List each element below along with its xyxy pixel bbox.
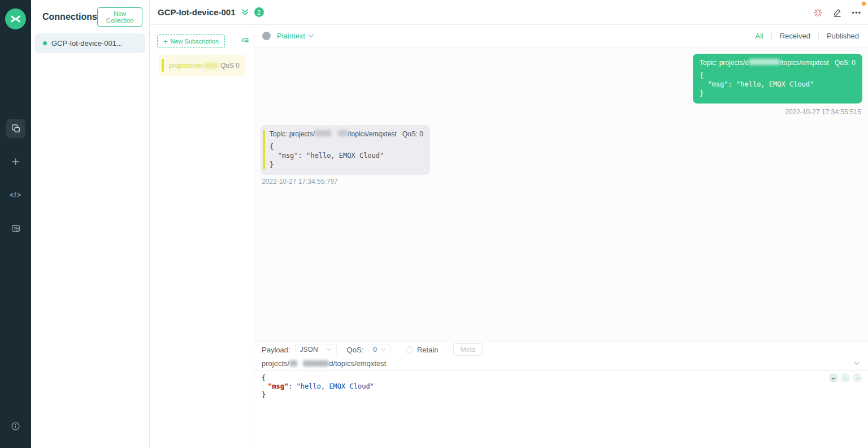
payload-line: { [270, 142, 423, 151]
redacted-project-id [749, 59, 780, 65]
received-timestamp: 2022-10-27 17:34:55:797 [262, 178, 338, 186]
payload-editor[interactable]: { "msg": "hello, EMQX Cloud" } ← − → [254, 371, 868, 448]
subscription-color-bar [162, 59, 164, 72]
chevron-down-icon [380, 348, 386, 351]
app-rail: + </> [0, 0, 31, 448]
script-icon[interactable]: </> [6, 186, 25, 205]
payload-format-select[interactable]: Plaintext [277, 32, 314, 40]
connections-nav-icon[interactable] [6, 119, 25, 138]
redacted-topic-segment [203, 63, 218, 68]
history-forward-icon[interactable]: → [853, 373, 862, 382]
connections-panel-title: Connections [42, 12, 97, 22]
messages-panel: Plaintext All Received Published [254, 25, 868, 448]
messages-toolbar: Plaintext All Received Published [254, 25, 868, 48]
mqttx-app: + </> Connecti [0, 0, 868, 448]
layout-toggle-icon[interactable] [262, 32, 271, 40]
topic-input-prefix: projects/ [262, 359, 289, 368]
payload-line: } [270, 160, 423, 169]
chevron-down-icon [326, 348, 332, 351]
new-collection-button[interactable]: New Collection [97, 7, 142, 27]
redacted-project-id [338, 130, 348, 136]
new-subscription-button[interactable]: + New Subscription [157, 35, 225, 48]
plus-icon: + [163, 38, 168, 45]
edit-connection-icon[interactable] [832, 8, 842, 18]
json-value: "hello, EMQX Cloud" [297, 382, 374, 390]
message-topic: Topic: projects/ [270, 130, 315, 138]
retain-radio-icon [406, 346, 413, 354]
json-key: "msg" [268, 382, 288, 390]
disconnect-icon[interactable] [813, 8, 823, 18]
meta-button[interactable]: Meta [453, 343, 483, 356]
message-topic-suffix: /topics/emqxtest [780, 59, 829, 67]
qos-value: 0 [373, 346, 377, 354]
qos-select[interactable]: 0 [368, 344, 391, 355]
published-message-bubble: Topic: projects/e/topics/emqxtest QoS: 0… [693, 54, 862, 104]
message-topic: Topic: projects/e [700, 59, 749, 67]
connection-item-label: GCP-Iot-device-001... [51, 39, 123, 48]
new-connection-icon[interactable]: + [6, 152, 25, 171]
retain-checkbox[interactable]: Retain [406, 346, 439, 354]
subscription-qos: QoS 0 [220, 62, 240, 70]
message-count-badge: 2 [254, 7, 264, 17]
subscription-topic: projects/en [169, 62, 202, 70]
mqttx-logo-icon[interactable] [5, 8, 26, 29]
update-available-dot [862, 2, 866, 6]
received-message-bubble: Topic: projects//topics/emqxtest QoS: 0 … [261, 125, 430, 175]
payload-history-controls: ← − → [829, 373, 862, 382]
payload-line: "msg": "hello, EMQX Cloud" [270, 151, 423, 160]
payload-label: Payload: [262, 346, 290, 354]
message-qos: QoS: 0 [397, 130, 423, 138]
collapse-subscriptions-icon[interactable] [241, 36, 249, 44]
published-timestamp: 2022-10-27 17:34:55:515 [785, 108, 861, 116]
editor-line: { [262, 374, 868, 382]
message-qos: QoS: 0 [829, 59, 856, 67]
collapse-details-icon[interactable] [241, 8, 249, 16]
subscription-color-bar [263, 130, 265, 170]
chevron-down-icon [308, 34, 314, 38]
message-filter-tabs: All Received Published [754, 32, 860, 40]
publish-area: Payload: JSON QoS: 0 [254, 342, 868, 448]
payload-line: } [700, 89, 856, 98]
subscriptions-panel: + New Subscription projects/en QoS 0 [150, 25, 254, 448]
history-current-icon[interactable]: − [841, 373, 850, 382]
publish-controls: Payload: JSON QoS: 0 [254, 342, 868, 357]
tab-all[interactable]: All [754, 32, 764, 40]
tab-received[interactable]: Received [779, 32, 811, 40]
redacted-project-id [315, 130, 331, 136]
message-topic-suffix: /topics/emqxtest [348, 130, 397, 138]
about-info-icon[interactable] [6, 416, 25, 436]
main-area: GCP-Iot-device-001 2 [150, 0, 868, 448]
retain-label: Retain [417, 346, 439, 354]
payload-type-select[interactable]: JSON [295, 344, 337, 355]
history-back-icon[interactable]: ← [829, 373, 838, 382]
editor-line: } [262, 391, 868, 399]
payload-line: { [700, 71, 856, 80]
payload-format-value: Plaintext [277, 32, 305, 40]
tab-published[interactable]: Published [826, 32, 860, 40]
redacted-topic-segment [289, 360, 297, 367]
qos-label: QoS: [347, 346, 364, 354]
payload-line: "msg": "hello, EMQX Cloud" [700, 80, 856, 89]
topic-input[interactable]: projects/d/topics/emqxtest [254, 357, 868, 371]
log-icon[interactable] [6, 219, 25, 238]
editor-line: "msg": "hello, EMQX Cloud" [263, 382, 868, 391]
json-separator: : [288, 382, 296, 390]
new-subscription-label: New Subscription [171, 38, 219, 45]
connection-title: GCP-Iot-device-001 [158, 7, 236, 17]
connections-panel: Connections New Collection GCP-Iot-devic… [31, 0, 150, 448]
topic-history-chevron-icon[interactable] [853, 361, 860, 365]
connection-header: GCP-Iot-device-001 2 [150, 0, 868, 25]
payload-type-value: JSON [300, 346, 318, 354]
connection-status-dot [43, 41, 47, 45]
message-list: Topic: projects/e/topics/emqxtest QoS: 0… [254, 48, 868, 342]
redacted-topic-segment [303, 360, 329, 367]
topic-input-suffix: d/topics/emqxtest [329, 359, 386, 368]
rail-nav: + </> [6, 119, 25, 238]
connection-list-item[interactable]: GCP-Iot-device-001... [35, 33, 145, 53]
more-options-icon[interactable]: ••• [852, 8, 861, 17]
subscription-item[interactable]: projects/en QoS 0 [159, 55, 245, 76]
